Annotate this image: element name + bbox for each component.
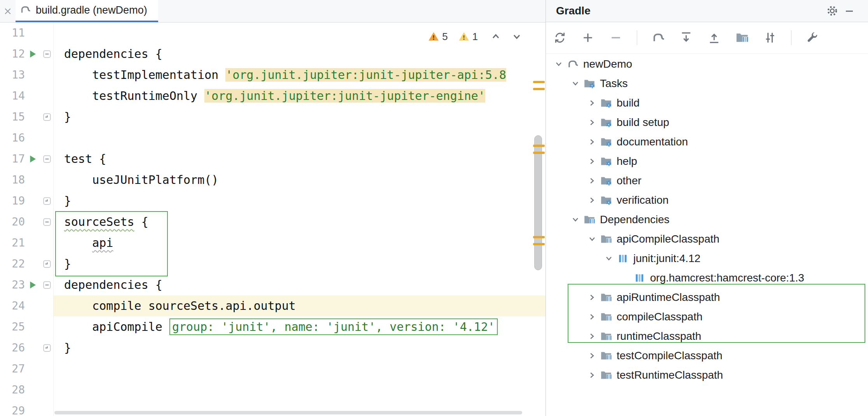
taskfolder-icon: [600, 175, 613, 187]
fold-start-icon[interactable]: [40, 274, 54, 295]
fold-start-icon[interactable]: [40, 211, 54, 232]
code-line-18[interactable]: 18 useJUnitPlatform(): [0, 170, 546, 191]
chevron-right-icon[interactable]: [585, 332, 600, 341]
fold-end-icon[interactable]: [40, 107, 54, 128]
gutter-space: [25, 232, 40, 253]
warning-stripe-mark[interactable]: [533, 236, 545, 238]
tree-item-apiruntimeclasspath[interactable]: apiRuntimeClasspath: [546, 288, 868, 307]
line-number: 11: [0, 23, 25, 44]
code-line-17[interactable]: 17test {: [0, 149, 546, 170]
tree-item-build[interactable]: build: [546, 93, 868, 113]
tree-item-help[interactable]: help: [546, 152, 868, 171]
tree-item-testruntimeclasspath[interactable]: testRuntimeClasspath: [546, 365, 868, 385]
chevron-down-icon[interactable]: [568, 79, 583, 88]
run-gutter-icon[interactable]: [25, 44, 40, 65]
tree-item-apicompileclasspath[interactable]: apiCompileClasspath: [546, 229, 868, 249]
warning-stripe-mark[interactable]: [533, 243, 545, 245]
chevron-right-icon[interactable]: [585, 371, 600, 380]
chevron-right-icon[interactable]: [585, 98, 600, 108]
depfolder-icon: [600, 350, 613, 362]
chevron-right-icon[interactable]: [585, 137, 600, 147]
fold-end-icon[interactable]: [40, 337, 54, 358]
tree-item-build-setup[interactable]: build setup: [546, 113, 868, 132]
vertical-scrollbar-thumb[interactable]: [534, 135, 542, 270]
code-line-20[interactable]: 20sourceSets {: [0, 211, 546, 232]
editor-tab-build-gradle[interactable]: build.gradle (newDemo): [16, 0, 158, 22]
chevron-right-icon[interactable]: [585, 351, 600, 360]
fold-end-icon[interactable]: [40, 253, 54, 274]
close-icon[interactable]: [0, 0, 16, 22]
tree-item-verification[interactable]: verification: [546, 191, 868, 210]
code-line-21[interactable]: 21 api: [0, 232, 546, 253]
code-line-13[interactable]: 13 testImplementation 'org.junit.jupiter…: [0, 65, 546, 86]
code-line-19[interactable]: 19}: [0, 191, 546, 211]
tree-item-newdemo[interactable]: newDemo: [546, 54, 868, 74]
editor-tab-bar: build.gradle (newDemo): [0, 0, 546, 23]
code-line-24[interactable]: 24 compile sourceSets.api.output: [0, 295, 546, 316]
code-line-15[interactable]: 15}: [0, 107, 546, 128]
tree-item-testcompileclasspath[interactable]: testCompileClasspath: [546, 346, 868, 365]
tree-item-tasks[interactable]: Tasks: [546, 74, 868, 93]
fold-end-icon[interactable]: [40, 191, 54, 211]
code-editor[interactable]: 1112dependencies {13 testImplementation …: [0, 23, 546, 416]
sliders-icon[interactable]: [763, 31, 777, 45]
gradle-file-icon: [19, 4, 31, 17]
code-line-16[interactable]: 16: [0, 128, 546, 149]
taskfolder-icon: [600, 155, 613, 168]
minimize-icon[interactable]: [841, 2, 858, 19]
code-line-22[interactable]: 22}: [0, 253, 546, 274]
fold-start-icon[interactable]: [40, 44, 54, 65]
chevron-down-icon[interactable]: [585, 234, 600, 244]
refresh-icon[interactable]: [553, 31, 567, 45]
add-icon[interactable]: [581, 31, 595, 45]
tree-item-dependencies[interactable]: Dependencies: [546, 210, 868, 229]
weak-warnings-indicator[interactable]: 1: [458, 31, 478, 43]
tree-item-runtimeclasspath[interactable]: runtimeClasspath: [546, 327, 868, 346]
line-number: 28: [0, 379, 25, 400]
tree-item-junit-junit-4-12[interactable]: junit:junit:4.12: [546, 249, 868, 268]
warnings-indicator[interactable]: 5: [428, 31, 448, 43]
tree-item-org-hamcrest-hamcrest-core-1-3[interactable]: org.hamcrest:hamcrest-core:1.3: [546, 268, 868, 288]
chevron-down-icon[interactable]: [601, 254, 616, 263]
gutter-space: [25, 337, 40, 358]
tree-item-other[interactable]: other: [546, 171, 868, 191]
warning-stripe-mark[interactable]: [533, 88, 545, 90]
gradle-run-icon[interactable]: [651, 31, 665, 45]
chevron-right-icon[interactable]: [585, 118, 600, 127]
chevron-down-icon[interactable]: [551, 59, 566, 69]
horizontal-scrollbar-thumb[interactable]: [54, 411, 522, 414]
next-problem-icon[interactable]: [509, 29, 525, 44]
expand-all-icon[interactable]: [679, 31, 693, 45]
fold-start-icon[interactable]: [40, 149, 54, 170]
code-line-12[interactable]: 12dependencies {: [0, 44, 546, 65]
code-line-27[interactable]: 27: [0, 358, 546, 379]
remove-icon[interactable]: [609, 31, 623, 45]
previous-problem-icon[interactable]: [488, 29, 504, 44]
code-text: }: [54, 191, 546, 211]
chevron-right-icon[interactable]: [585, 176, 600, 185]
code-line-28[interactable]: 28: [0, 379, 546, 400]
line-number: 16: [0, 128, 25, 149]
chevron-down-icon[interactable]: [568, 215, 583, 224]
weak-warning-icon: [458, 31, 470, 42]
library-icon: [616, 252, 629, 265]
tree-item-compileclasspath[interactable]: compileClasspath: [546, 307, 868, 327]
warning-stripe-mark[interactable]: [533, 152, 545, 154]
warning-stripe-mark[interactable]: [533, 81, 545, 83]
run-gutter-icon[interactable]: [25, 149, 40, 170]
settings-gear-icon[interactable]: [824, 2, 841, 19]
chevron-right-icon[interactable]: [585, 312, 600, 322]
code-line-25[interactable]: 25 apiCompile group: 'junit', name: 'jun…: [0, 316, 546, 337]
code-line-14[interactable]: 14 testRuntimeOnly 'org.junit.jupiter:ju…: [0, 86, 546, 107]
run-gutter-icon[interactable]: [25, 274, 40, 295]
warning-stripe-mark[interactable]: [533, 145, 545, 147]
code-line-23[interactable]: 23dependencies {: [0, 274, 546, 295]
chevron-right-icon[interactable]: [585, 196, 600, 205]
chevron-right-icon[interactable]: [585, 293, 600, 302]
code-line-26[interactable]: 26}: [0, 337, 546, 358]
show-dependencies-icon[interactable]: [735, 31, 749, 45]
build-tool-settings-icon[interactable]: [805, 31, 819, 45]
collapse-all-icon[interactable]: [707, 31, 721, 45]
tree-item-documentation[interactable]: documentation: [546, 132, 868, 152]
chevron-right-icon[interactable]: [585, 157, 600, 166]
